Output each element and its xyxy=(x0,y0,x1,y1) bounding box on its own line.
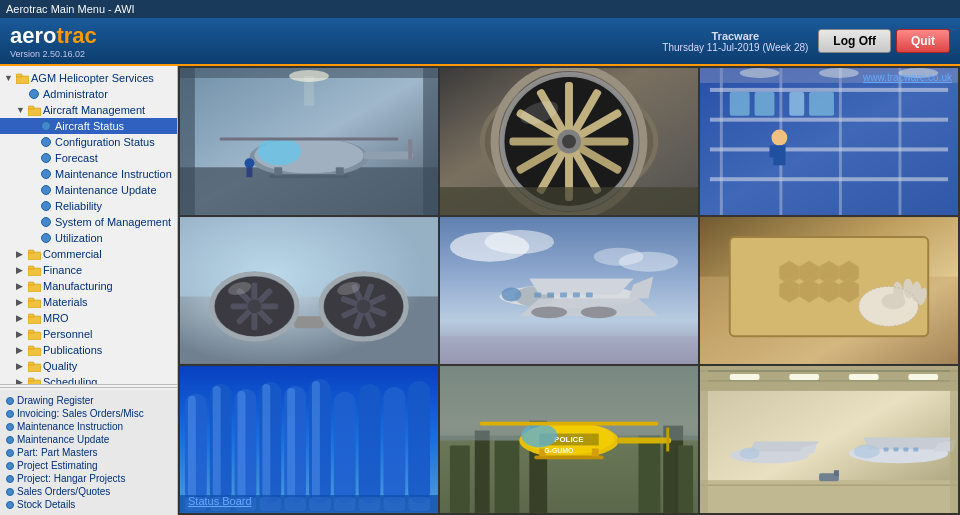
sidebar-item-utilization[interactable]: Utilization xyxy=(0,230,177,246)
quicklink-maint-instr[interactable]: Maintenance Instruction xyxy=(2,420,175,433)
sidebar-item-personnel[interactable]: ▶Personnel xyxy=(0,326,177,342)
svg-rect-222 xyxy=(894,447,899,451)
tracware-info: Tracware Thursday 11-Jul-2019 (Week 28) xyxy=(662,30,808,53)
sidebar-item-reliability[interactable]: Reliability xyxy=(0,198,177,214)
sidebar-item-administrator[interactable]: Administrator xyxy=(0,86,177,102)
svg-rect-167 xyxy=(262,384,270,501)
sidebar-item-quality[interactable]: ▶Quality xyxy=(0,358,177,374)
sidebar-item-mro[interactable]: ▶MRO xyxy=(0,310,177,326)
svg-rect-189 xyxy=(678,445,693,512)
sidebar-item-aircraft-status[interactable]: Aircraft Status xyxy=(0,118,177,134)
quit-button[interactable]: Quit xyxy=(896,29,950,53)
svg-rect-176 xyxy=(309,497,331,511)
logoff-button[interactable]: Log Off xyxy=(818,29,891,53)
sidebar-item-forecast[interactable]: Forecast xyxy=(0,150,177,166)
sidebar-item-agm[interactable]: ▼AGM Helicopter Services xyxy=(0,70,177,86)
sidebar-label-forecast: Forecast xyxy=(55,152,98,164)
svg-point-84 xyxy=(819,68,859,78)
tracware-link[interactable]: www.tracware.co.uk xyxy=(863,72,952,83)
svg-rect-174 xyxy=(259,497,281,511)
dot-icon xyxy=(41,121,51,131)
svg-rect-68 xyxy=(710,147,948,151)
quicklink-hangar-proj[interactable]: Project: Hangar Projects xyxy=(2,472,175,485)
main-layout: ▼AGM Helicopter ServicesAdministrator▼Ai… xyxy=(0,66,960,515)
sidebar-item-finance[interactable]: ▶Finance xyxy=(0,262,177,278)
sidebar-item-aircraft-mgmt[interactable]: ▼Aircraft Management xyxy=(0,102,177,118)
svg-point-119 xyxy=(594,248,644,266)
sidebar-item-scheduling[interactable]: ▶Scheduling xyxy=(0,374,177,385)
expand-icon-mro: ▶ xyxy=(16,313,26,323)
svg-rect-130 xyxy=(560,292,567,297)
status-board-link[interactable]: Status Board xyxy=(188,495,252,507)
ql-label-maint-upd: Maintenance Update xyxy=(17,434,109,445)
folder-icon xyxy=(16,73,29,84)
svg-rect-207 xyxy=(730,374,760,380)
sidebar-item-materials[interactable]: ▶Materials xyxy=(0,294,177,310)
quicklink-maint-upd[interactable]: Maintenance Update xyxy=(2,433,175,446)
ql-label-stock-details: Stock Details xyxy=(17,499,75,510)
nav-tree[interactable]: ▼AGM Helicopter ServicesAdministrator▼Ai… xyxy=(0,66,177,385)
photo-cell-twin-engine xyxy=(180,217,438,364)
quicklink-project-est[interactable]: Project Estimating xyxy=(2,459,175,472)
svg-rect-15 xyxy=(28,330,34,333)
sidebar: ▼AGM Helicopter ServicesAdministrator▼Ai… xyxy=(0,66,178,515)
sidebar-label-utilization: Utilization xyxy=(55,232,103,244)
svg-rect-31 xyxy=(220,138,399,141)
quicklink-invoicing[interactable]: Invoicing: Sales Orders/Misc xyxy=(2,407,175,420)
svg-rect-67 xyxy=(710,118,948,122)
sidebar-item-manufacturing[interactable]: ▶Manufacturing xyxy=(0,278,177,294)
svg-rect-180 xyxy=(408,497,430,511)
svg-rect-30 xyxy=(408,140,412,160)
svg-rect-9 xyxy=(28,282,34,285)
folder-icon xyxy=(28,361,41,372)
sidebar-item-maint-instruction[interactable]: Maintenance Instruction xyxy=(0,166,177,182)
quicklink-sales-quotes[interactable]: Sales Orders/Quotes xyxy=(2,485,175,498)
sidebar-label-aircraft-mgmt: Aircraft Management xyxy=(43,104,145,116)
sidebar-label-maint-update: Maintenance Update xyxy=(55,184,157,196)
sidebar-item-system-mgmt[interactable]: System of Management xyxy=(0,214,177,230)
sidebar-item-config-status[interactable]: Configuration Status xyxy=(0,134,177,150)
sidebar-label-agm: AGM Helicopter Services xyxy=(31,72,154,84)
header: aerotrac Version 2.50.16.02 Tracware Thu… xyxy=(0,18,960,66)
expand-icon-scheduling: ▶ xyxy=(16,377,26,385)
date-display: Thursday 11-Jul-2019 (Week 28) xyxy=(662,42,808,53)
ql-dot-icon xyxy=(6,436,14,444)
ql-dot-icon xyxy=(6,462,14,470)
svg-rect-19 xyxy=(28,362,34,365)
svg-point-83 xyxy=(740,68,780,78)
svg-point-40 xyxy=(245,158,255,168)
svg-rect-129 xyxy=(547,292,554,297)
expand-icon-commercial: ▶ xyxy=(16,249,26,259)
sidebar-item-maint-update[interactable]: Maintenance Update xyxy=(0,182,177,198)
svg-rect-29 xyxy=(364,151,414,159)
folder-icon xyxy=(28,265,41,276)
sidebar-label-reliability: Reliability xyxy=(55,200,102,212)
sidebar-label-maint-instruction: Maintenance Instruction xyxy=(55,168,172,180)
svg-rect-183 xyxy=(450,445,470,512)
quicklink-part-masters[interactable]: Part: Part Masters xyxy=(2,446,175,459)
svg-rect-133 xyxy=(440,336,698,364)
company-name: Tracware xyxy=(662,30,808,42)
quicklink-drawing-register[interactable]: Drawing Register xyxy=(2,394,175,407)
svg-rect-164 xyxy=(188,396,196,501)
svg-rect-13 xyxy=(28,314,34,317)
svg-rect-197 xyxy=(666,428,669,452)
expand-icon-quality: ▶ xyxy=(16,361,26,371)
svg-rect-77 xyxy=(779,145,785,157)
sidebar-label-commercial: Commercial xyxy=(43,248,102,260)
sidebar-label-config-status: Configuration Status xyxy=(55,136,155,148)
svg-rect-178 xyxy=(359,497,381,511)
photo-cell-police-heli: POLICE G-GUMO xyxy=(440,366,698,513)
photo-grid: www.tracware.co.uk xyxy=(178,66,960,515)
expand-icon-aircraft-mgmt: ▼ xyxy=(16,105,26,115)
svg-point-117 xyxy=(485,230,554,254)
svg-rect-70 xyxy=(720,68,723,215)
photo-cell-jet-sky xyxy=(440,217,698,364)
quicklink-stock-details[interactable]: Stock Details xyxy=(2,498,175,511)
expand-icon-finance: ▶ xyxy=(16,265,26,275)
sidebar-item-publications[interactable]: ▶Publications xyxy=(0,342,177,358)
sidebar-item-commercial[interactable]: ▶Commercial xyxy=(0,246,177,262)
photo-cell-helicopter xyxy=(180,68,438,215)
folder-icon xyxy=(28,281,41,292)
svg-rect-168 xyxy=(287,388,295,501)
